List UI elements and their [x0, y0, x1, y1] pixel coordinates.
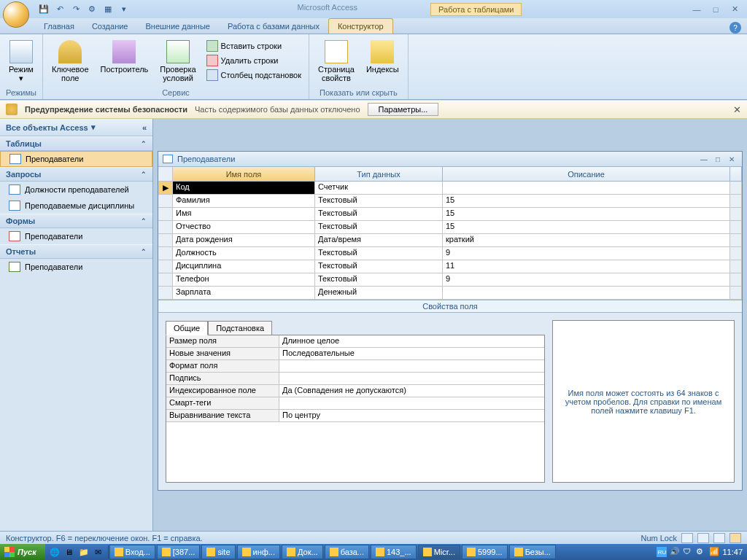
tray-icon[interactable]: 🛡	[683, 547, 693, 557]
field-type-cell[interactable]: Текстовый	[315, 195, 443, 208]
design-grid-row[interactable]: ДисциплинаТекстовый11	[158, 260, 742, 273]
design-grid-row[interactable]: ТелефонТекстовый9	[158, 273, 742, 287]
row-selector[interactable]	[158, 208, 173, 221]
design-grid-row[interactable]: ЗарплатаДенежный	[158, 287, 742, 300]
field-name-cell[interactable]: Код	[173, 182, 315, 195]
tray-icon[interactable]: 📶	[709, 547, 719, 557]
field-property-row[interactable]: Смарт-теги	[166, 397, 544, 410]
taskbar-task-button[interactable]: [387...	[157, 545, 201, 559]
field-property-row[interactable]: Выравнивание текстаПо центру	[166, 410, 544, 422]
office-button[interactable]	[3, 1, 29, 28]
property-value[interactable]	[279, 373, 544, 385]
doc-minimize-button[interactable]: —	[698, 154, 710, 164]
view-switcher-design[interactable]	[729, 533, 741, 543]
primary-key-button[interactable]: Ключевое поле	[47, 39, 93, 84]
design-grid-row[interactable]: ▶КодСчетчик	[158, 182, 742, 195]
field-type-cell[interactable]: Текстовый	[315, 273, 443, 287]
field-type-cell[interactable]: Счетчик	[315, 182, 443, 195]
field-type-cell[interactable]: Текстовый	[315, 221, 443, 234]
ql-icon[interactable]: ✉	[92, 545, 105, 559]
nav-item-form[interactable]: Преподаватели	[0, 228, 152, 244]
field-desc-cell[interactable]: 9	[443, 247, 730, 260]
qat-more[interactable]: ▾	[117, 3, 131, 16]
col-header-desc[interactable]: Описание	[443, 167, 730, 182]
design-grid-row[interactable]: ДолжностьТекстовый9	[158, 247, 742, 260]
qat-btn[interactable]: ⚙	[85, 3, 98, 16]
col-header-type[interactable]: Тип данных	[315, 167, 443, 182]
nav-category-reports[interactable]: Отчеты⌃	[0, 244, 152, 259]
view-switcher-datasheet[interactable]	[681, 533, 693, 543]
tray-icon[interactable]: 🔊	[670, 547, 680, 557]
field-desc-cell[interactable]: 11	[443, 260, 730, 273]
fp-tab-lookup[interactable]: Подстановка	[208, 321, 272, 335]
save-icon[interactable]	[37, 3, 50, 16]
builder-button[interactable]: Построитель	[96, 39, 153, 75]
nav-category-forms[interactable]: Формы⌃	[0, 214, 152, 228]
close-warning-icon[interactable]: ✕	[733, 104, 741, 115]
ql-icon[interactable]: 📁	[77, 545, 90, 559]
view-switcher-pivot2[interactable]	[713, 533, 725, 543]
delete-rows-button[interactable]: Удалить строки	[204, 53, 304, 68]
design-grid-row[interactable]: ИмяТекстовый15	[158, 208, 742, 221]
field-desc-cell[interactable]: 15	[443, 208, 730, 221]
row-selector[interactable]	[158, 287, 173, 300]
design-grid-row[interactable]: Дата рожденияДата/времякраткий	[158, 234, 742, 247]
maximize-button[interactable]: □	[708, 4, 724, 15]
design-grid-row[interactable]: ФамилияТекстовый15	[158, 195, 742, 208]
nav-item-report[interactable]: Преподаватели	[0, 259, 152, 275]
row-selector[interactable]	[158, 195, 173, 208]
ql-desktop-icon[interactable]: 🖥	[63, 545, 76, 559]
field-desc-cell[interactable]: 9	[443, 273, 730, 287]
taskbar-task-button[interactable]: Док...	[282, 545, 323, 559]
lookup-column-button[interactable]: Столбец подстановок	[204, 68, 304, 82]
field-property-row[interactable]: Подпись	[166, 373, 544, 385]
field-desc-cell[interactable]	[443, 182, 730, 195]
chevron-down-icon[interactable]: ▾	[91, 122, 96, 132]
close-button[interactable]: ✕	[727, 4, 743, 15]
tab-home[interactable]: Главная	[35, 19, 83, 34]
field-name-cell[interactable]: Отчество	[173, 221, 315, 234]
tab-external[interactable]: Внешние данные	[137, 19, 219, 34]
tab-create[interactable]: Создание	[83, 19, 137, 34]
nav-item-query[interactable]: Должности преподавателей	[0, 182, 152, 198]
doc-close-button[interactable]: ✕	[726, 154, 738, 164]
field-property-row[interactable]: Индексированное полеДа (Совпадения не до…	[166, 385, 544, 397]
undo-icon[interactable]	[53, 3, 66, 16]
qat-btn[interactable]: ▦	[101, 3, 115, 16]
property-value[interactable]	[279, 360, 544, 373]
taskbar-task-button[interactable]: 143_...	[371, 545, 417, 559]
row-selector[interactable]	[158, 260, 173, 273]
insert-rows-button[interactable]: Вставить строки	[204, 39, 304, 53]
property-value[interactable]: Последовательные	[279, 348, 544, 360]
field-name-cell[interactable]: Телефон	[173, 273, 315, 287]
nav-category-queries[interactable]: Запросы⌃	[0, 167, 152, 182]
field-name-cell[interactable]: Имя	[173, 208, 315, 221]
field-property-row[interactable]: Формат поля	[166, 360, 544, 373]
row-selector[interactable]: ▶	[158, 182, 173, 195]
doc-maximize-button[interactable]: □	[712, 154, 724, 164]
start-button[interactable]: Пуск	[0, 544, 45, 560]
col-header-name[interactable]: Имя поля	[173, 167, 315, 182]
ql-ie-icon[interactable]: 🌐	[48, 545, 61, 559]
view-button[interactable]: Режим ▾	[4, 39, 38, 85]
tab-database[interactable]: Работа с базами данных	[219, 19, 328, 34]
clock[interactable]: 11:47	[722, 548, 743, 556]
field-type-cell[interactable]: Текстовый	[315, 260, 443, 273]
property-sheet-button[interactable]: Страница свойств	[314, 39, 359, 84]
nav-header[interactable]: Все объекты Access ▾ «	[0, 119, 152, 136]
nav-item-table[interactable]: Преподаватели	[0, 151, 152, 167]
field-name-cell[interactable]: Зарплата	[173, 287, 315, 300]
validation-button[interactable]: Проверка условий	[155, 39, 200, 84]
taskbar-task-button[interactable]: Безы...	[509, 545, 556, 559]
row-selector[interactable]	[158, 221, 173, 234]
taskbar-task-button[interactable]: Вход...	[109, 545, 155, 559]
row-selector[interactable]	[158, 247, 173, 260]
property-value[interactable]: По центру	[279, 410, 544, 422]
field-desc-cell[interactable]: 15	[443, 221, 730, 234]
field-type-cell[interactable]: Текстовый	[315, 208, 443, 221]
redo-icon[interactable]	[69, 3, 82, 16]
property-value[interactable]: Длинное целое	[279, 335, 544, 348]
field-type-cell[interactable]: Текстовый	[315, 247, 443, 260]
fp-tab-general[interactable]: Общие	[166, 321, 208, 335]
collapse-nav-icon[interactable]: «	[142, 123, 147, 132]
